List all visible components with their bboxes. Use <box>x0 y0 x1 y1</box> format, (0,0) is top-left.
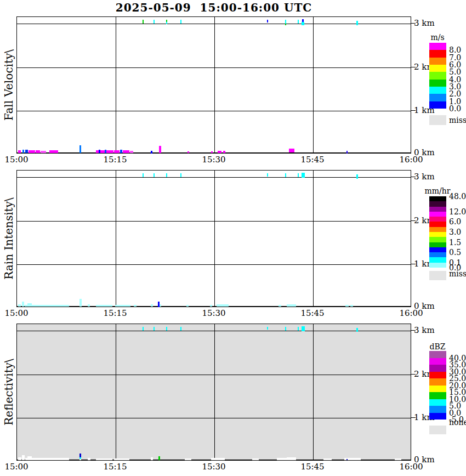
colorbar-band <box>429 212 446 217</box>
fall-velocity-missing-label: miss <box>449 116 466 124</box>
data-mark <box>356 21 358 25</box>
data-mark <box>267 173 268 177</box>
data-mark <box>186 305 189 307</box>
colorbar-band <box>429 392 446 399</box>
data-mark <box>27 303 32 307</box>
data-mark <box>285 173 286 177</box>
data-mark <box>345 305 349 307</box>
data-mark <box>49 458 69 460</box>
data-mark <box>143 173 144 177</box>
data-mark <box>211 458 225 460</box>
data-mark <box>356 174 358 179</box>
quicklook-chart: 2025-05-09 15:00-16:00 UTC Fall Velocity… <box>0 0 466 476</box>
colorbar-band <box>429 406 446 413</box>
data-mark <box>166 327 167 331</box>
fall-velocity-colorbar: 8.07.06.05.04.03.02.01.00.0 <box>429 43 446 109</box>
data-mark <box>99 150 100 153</box>
rain-intensity-axis-label: Rain Intensity\ <box>2 197 15 279</box>
data-mark <box>154 327 155 331</box>
fall-velocity-panel: Fall Velocity\ 3 km2 km1 km0 km 15:0015:… <box>16 16 411 154</box>
reflectivity-none-swatch <box>429 426 446 434</box>
data-mark <box>134 305 137 307</box>
colorbar-band <box>429 94 446 101</box>
x-axis-tick-label: 15:15 <box>103 462 127 472</box>
colorbar-band <box>429 87 446 94</box>
colorbar-band <box>429 358 446 365</box>
data-mark <box>27 456 32 460</box>
reflectivity-data-marks <box>16 324 411 461</box>
data-mark <box>130 151 133 153</box>
reflectivity-panel: Reflectivity\ 3 km2 km1 km0 km 15:0015:1… <box>16 324 411 461</box>
data-mark <box>166 173 167 177</box>
x-axis-tick-label: 15:45 <box>300 308 324 318</box>
data-mark <box>115 305 130 307</box>
chart-title: 2025-05-09 15:00-16:00 UTC <box>16 1 411 14</box>
data-mark <box>18 150 21 153</box>
rain-intensity-missing-swatch <box>429 271 446 280</box>
colorbar-band <box>429 50 446 57</box>
data-mark <box>217 304 229 307</box>
data-mark <box>302 326 305 331</box>
x-axis-tick-label: 16:00 <box>399 462 423 472</box>
x-axis-tick-label: 15:00 <box>4 462 28 472</box>
data-mark <box>29 150 35 153</box>
colorbar-band <box>429 101 446 109</box>
x-axis-tick-label: 15:15 <box>103 155 127 165</box>
colorbar-band <box>429 207 446 212</box>
data-mark <box>18 457 21 460</box>
data-mark <box>79 454 81 457</box>
data-mark <box>285 20 286 24</box>
colorbar-band <box>429 65 446 72</box>
data-mark <box>41 151 46 153</box>
data-mark <box>277 458 287 460</box>
data-mark <box>218 151 221 153</box>
fall-velocity-axis-label: Fall Velocity\ <box>2 49 15 121</box>
data-mark <box>114 458 129 460</box>
data-mark <box>180 327 181 331</box>
x-axis-tick-label: 15:30 <box>202 155 225 165</box>
data-mark <box>96 458 112 460</box>
y-axis-tick-label: 3 km <box>414 18 435 28</box>
colorbar-band <box>429 58 446 65</box>
data-mark <box>160 304 161 307</box>
reflectivity-axis-label: Reflectivity\ <box>2 359 15 425</box>
colorbar-band <box>429 365 446 372</box>
x-axis-tick-label: 15:30 <box>202 308 225 318</box>
x-axis-tick-label: 16:00 <box>399 308 423 318</box>
x-axis-tick-label: 15:30 <box>202 462 225 472</box>
colorbar-band <box>429 247 446 252</box>
data-mark <box>185 458 191 460</box>
data-mark <box>143 327 144 331</box>
data-mark <box>285 327 286 331</box>
data-mark <box>279 305 281 307</box>
colorbar-band <box>429 217 446 222</box>
colorbar-band <box>429 399 446 406</box>
colorbar-band <box>429 372 446 379</box>
x-axis-tick-label: 15:15 <box>103 308 127 318</box>
reflectivity-colorbar-units: dBZ <box>430 342 446 351</box>
data-mark <box>298 20 299 24</box>
x-axis-tick-label: 15:00 <box>4 308 28 318</box>
colorbar-band <box>429 378 446 386</box>
data-mark <box>356 328 358 332</box>
colorbar-band <box>429 201 446 206</box>
colorbar-band <box>429 237 446 242</box>
rain-intensity-colorbar-units: mm/hr <box>425 186 451 195</box>
data-mark <box>22 302 24 307</box>
x-axis-tick-label: 15:45 <box>300 462 324 472</box>
data-mark <box>151 304 153 307</box>
colorbar-band <box>429 227 446 232</box>
rain-intensity-panel: Rain Intensity\ 3 km2 km1 km0 km 15:0015… <box>16 170 411 307</box>
data-mark <box>323 458 332 460</box>
data-mark <box>79 145 81 153</box>
data-mark <box>151 151 152 154</box>
data-mark <box>18 304 21 307</box>
rain-intensity-data-marks <box>16 170 411 307</box>
data-mark <box>211 151 213 153</box>
x-axis-tick-label: 15:45 <box>300 155 324 165</box>
colorbar-band <box>429 242 446 247</box>
rain-intensity-missing-label: miss <box>449 269 466 278</box>
data-mark <box>88 458 90 460</box>
colorbar-band <box>429 413 446 420</box>
data-mark <box>350 305 353 307</box>
